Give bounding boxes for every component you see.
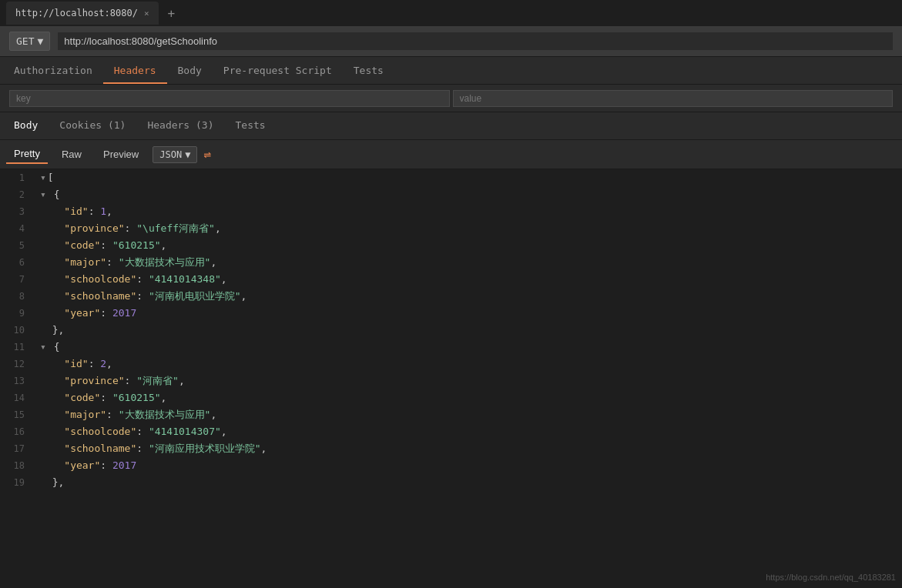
json-line: 15 "major": "大数据技术与应用", — [0, 406, 902, 423]
format-select-arrow: ▼ — [185, 149, 190, 160]
json-line: 19 }, — [0, 474, 902, 491]
tab-body[interactable]: Body — [167, 58, 213, 84]
line-content: "schoolname": "河南应用技术职业学院", — [37, 440, 267, 457]
method-arrow: ▼ — [37, 35, 43, 47]
json-line: 7 "schoolcode": "4141014348", — [0, 271, 902, 288]
pretty-button[interactable]: Pretty — [6, 145, 48, 164]
header-row — [9, 90, 893, 107]
method-label: GET — [16, 35, 34, 47]
wrap-icon[interactable]: ⇌ — [203, 147, 211, 162]
line-number: 1 — [0, 169, 37, 186]
line-number: 6 — [0, 254, 37, 271]
tab-close-button[interactable]: × — [144, 8, 149, 18]
json-line: 2 ▾ { — [0, 186, 902, 203]
json-line: 16 "schoolcode": "4141014307", — [0, 423, 902, 440]
line-number: 17 — [0, 440, 37, 457]
resp-tab-cookies[interactable]: Cookies (1) — [49, 113, 136, 139]
request-tabs: Authorization Headers Body Pre-request S… — [0, 57, 902, 85]
json-line: 17 "schoolname": "河南应用技术职业学院", — [0, 440, 902, 457]
tab-tests[interactable]: Tests — [343, 58, 394, 84]
format-select-label: JSON — [159, 149, 182, 160]
format-bar: Pretty Raw Preview JSON ▼ ⇌ — [0, 140, 902, 169]
json-line: 6 "major": "大数据技术与应用", — [0, 254, 902, 271]
line-number: 3 — [0, 203, 37, 220]
line-content: "major": "大数据技术与应用", — [37, 254, 216, 271]
line-content: "province": "河南省", — [37, 373, 185, 389]
resp-tab-tests[interactable]: Tests — [225, 113, 277, 139]
headers-section — [0, 85, 902, 112]
tab-pre-request-script[interactable]: Pre-request Script — [213, 58, 343, 84]
line-number: 14 — [0, 389, 37, 406]
url-input[interactable] — [58, 32, 893, 50]
line-content: "year": 2017 — [37, 305, 136, 322]
active-tab[interactable]: http://localhost:8080/ × — [6, 2, 159, 25]
line-number: 7 — [0, 271, 37, 288]
line-content: "code": "610215", — [37, 237, 166, 254]
json-line: 4 "province": "\ufeff河南省", — [0, 220, 902, 237]
line-content: "id": 1, — [37, 203, 112, 220]
line-number: 9 — [0, 305, 37, 322]
line-number: 18 — [0, 457, 37, 474]
json-line: 10 }, — [0, 322, 902, 339]
line-number: 12 — [0, 356, 37, 373]
line-number: 11 — [0, 339, 37, 356]
resp-tab-body[interactable]: Body — [3, 113, 49, 139]
line-number: 8 — [0, 288, 37, 305]
line-content: }, — [37, 474, 64, 491]
line-content: "schoolname": "河南机电职业学院", — [37, 288, 246, 305]
new-tab-button[interactable]: + — [162, 3, 182, 24]
preview-button[interactable]: Preview — [96, 145, 146, 163]
response-tabs: Body Cookies (1) Headers (3) Tests — [0, 112, 902, 140]
header-value-input[interactable] — [453, 90, 894, 107]
line-content: }, — [37, 322, 64, 339]
tab-headers[interactable]: Headers — [103, 58, 167, 84]
json-line: 1 ▾[ — [0, 169, 902, 186]
line-number: 2 — [0, 186, 37, 203]
line-number: 10 — [0, 322, 37, 339]
line-number: 16 — [0, 423, 37, 440]
tab-title: http://localhost:8080/ — [15, 8, 138, 18]
line-content: "year": 2017 — [37, 457, 136, 474]
line-content: "province": "\ufeff河南省", — [37, 220, 221, 237]
line-content: ▾[ — [37, 169, 54, 186]
resp-tab-headers[interactable]: Headers (3) — [136, 113, 224, 139]
watermark: https://blog.csdn.net/qq_40183281 — [766, 573, 896, 582]
json-line: 12 "id": 2, — [0, 356, 902, 373]
json-line: 14 "code": "610215", — [0, 389, 902, 406]
line-content: "schoolcode": "4141014307", — [37, 423, 227, 440]
line-number: 5 — [0, 237, 37, 254]
line-content: "code": "610215", — [37, 389, 166, 406]
line-content: "schoolcode": "4141014348", — [37, 271, 227, 288]
line-number: 15 — [0, 406, 37, 423]
line-content: ▾ { — [37, 186, 59, 203]
line-content: "id": 2, — [37, 356, 112, 373]
json-line: 11 ▾ { — [0, 339, 902, 356]
json-line: 5 "code": "610215", — [0, 237, 902, 254]
line-content: "major": "大数据技术与应用", — [37, 406, 216, 423]
line-number: 4 — [0, 220, 37, 237]
json-content-area[interactable]: 1 ▾[ 2 ▾ { 3 "id": 1, 4 "province": "\uf… — [0, 169, 902, 588]
address-bar: GET ▼ — [0, 26, 902, 57]
json-line: 9 "year": 2017 — [0, 305, 902, 322]
json-line: 8 "schoolname": "河南机电职业学院", — [0, 288, 902, 305]
browser-tabs: http://localhost:8080/ × + — [0, 0, 902, 26]
line-number: 13 — [0, 373, 37, 389]
tab-authorization[interactable]: Authorization — [3, 58, 103, 84]
json-line: 18 "year": 2017 — [0, 457, 902, 474]
json-line: 13 "province": "河南省", — [0, 373, 902, 389]
line-content: ▾ { — [37, 339, 59, 356]
format-select[interactable]: JSON ▼ — [153, 146, 197, 163]
header-key-input[interactable] — [9, 90, 450, 107]
raw-button[interactable]: Raw — [54, 145, 89, 163]
line-number: 19 — [0, 474, 37, 491]
method-selector[interactable]: GET ▼ — [9, 32, 50, 51]
json-line: 3 "id": 1, — [0, 203, 902, 220]
